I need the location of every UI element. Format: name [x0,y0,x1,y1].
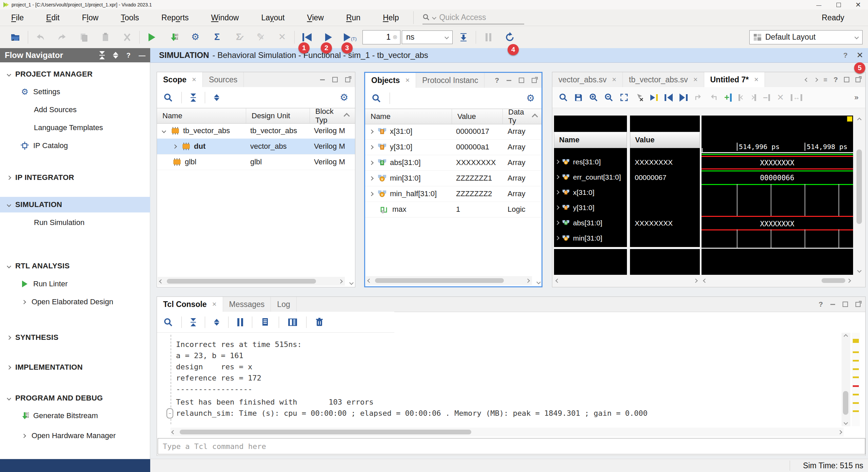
column-header-design-unit[interactable]: Design Unit [246,108,310,123]
sidebar-item-implementation[interactable]: IMPLEMENTATION [0,360,150,375]
minimize-panel-icon[interactable] [830,304,835,305]
close-tab-icon[interactable]: × [405,76,410,85]
menu-flow[interactable]: Flow [71,13,110,22]
close-tab-icon[interactable]: × [212,300,217,309]
wave-signal-name[interactable]: vres[31:0] [556,154,623,169]
close-tab-icon[interactable]: × [192,75,196,84]
column-header-name[interactable]: Name [157,108,246,123]
warning-mark[interactable] [853,394,859,395]
quick-access-input[interactable] [438,13,514,22]
sidebar-item-add-sources[interactable]: Add Sources [0,102,150,118]
wave-signal-name[interactable]: 0abs[31:0] [556,215,623,230]
tab-scroll-right-icon[interactable] [814,78,818,82]
quick-access-search[interactable] [422,11,524,24]
scroll-left-icon[interactable] [171,430,176,434]
zoom-out-icon[interactable] [605,93,613,102]
sidebar-item-run-linter[interactable]: Run Linter [0,276,150,292]
float-panel-icon[interactable] [532,78,537,83]
scroll-down-icon[interactable] [857,268,862,273]
tab-untitled-7[interactable]: Untitled 7*× [704,72,765,87]
wave-vertical-scrollbar[interactable] [855,116,864,275]
menu-edit[interactable]: Edit [35,13,71,22]
help-icon[interactable]: ? [843,51,848,59]
copy-icon[interactable] [261,317,270,327]
object-row[interactable]: v min[31:0] ZZZZZZZ1 Array [365,170,541,186]
generate-bitstream-button[interactable]: 0110 [163,29,184,45]
time-unit-select[interactable]: ns [402,30,453,44]
close-tab-icon[interactable]: × [693,75,698,84]
scroll-down-icon[interactable] [349,281,354,285]
layout-selector[interactable]: Default Layout [749,30,863,44]
tab-messages[interactable]: Messages [223,297,271,312]
column-header-block-type[interactable]: Block Typ [310,108,344,123]
scrollbar-thumb[interactable] [375,278,504,283]
wave-column-header-name[interactable]: Name [554,132,627,148]
settings-button[interactable]: ⚙ [184,29,206,45]
zoom-fit-icon[interactable] [620,93,628,102]
search-icon[interactable] [164,318,173,327]
sidebar-item-synthesis[interactable]: SYNTHESIS [0,330,150,345]
sidebar-item-open-elaborated-design[interactable]: Open Elaborated Design [0,294,150,310]
object-row[interactable]: I y[31:0] 000000a1 Array [365,139,541,155]
minimize-panel-icon[interactable] [507,80,511,81]
paste-button[interactable] [95,29,116,45]
scroll-left-icon[interactable] [159,279,163,284]
menu-file[interactable]: File [0,13,35,22]
warning-mark[interactable] [853,368,859,370]
redo-button[interactable] [51,29,73,45]
clear-input-icon[interactable]: ⊗ [393,34,397,41]
search-icon[interactable] [164,93,173,102]
wave-canvas[interactable] [702,116,853,275]
chevron-right-icon[interactable] [369,192,374,196]
close-tab-icon[interactable]: × [754,75,758,84]
chevron-right-icon[interactable] [173,144,177,149]
warning-mark[interactable] [853,339,859,343]
menu-window[interactable]: Window [200,13,250,22]
runtime-input[interactable] [363,32,391,42]
warning-mark[interactable] [853,410,859,412]
scroll-right-icon[interactable] [838,430,842,434]
scrollbar-thumb[interactable] [167,279,316,284]
run-button[interactable] [141,29,163,45]
close-simulation-icon[interactable]: ✕ [856,50,863,60]
menu-tools[interactable]: Tools [110,13,150,22]
sidebar-item-rtl-analysis[interactable]: RTL ANALYSIS [0,258,150,274]
tab-tb-vector-abs-sv[interactable]: tb_vector_abs.sv× [623,72,704,87]
wave-canvas-horizontal-scrollbar[interactable] [702,276,853,285]
chevron-right-icon[interactable] [369,161,374,165]
simulation-runtime-field[interactable]: ⊗ [362,30,400,44]
tab-list-icon[interactable]: ≡ [824,76,828,84]
relaunch-simulation-button[interactable] [499,29,521,45]
sidebar-item-run-simulation[interactable]: Run Simulation [0,215,150,230]
scroll-right-icon[interactable] [338,279,343,284]
scope-horizontal-scrollbar[interactable] [158,277,345,286]
menu-reports[interactable]: Reports [150,13,200,22]
help-icon[interactable]: ? [833,76,838,84]
trash-icon[interactable] [315,317,323,327]
scope-row-glbl[interactable]: glbl glbl Verilog M [157,154,355,170]
gear-icon[interactable]: ⚙ [340,93,348,102]
sidebar-item-open-hardware-manager[interactable]: Open Hardware Manager [0,428,150,444]
tab-scope[interactable]: Scope× [157,72,203,87]
float-panel-icon[interactable] [855,302,861,307]
chevron-right-icon[interactable] [369,129,374,134]
warning-mark[interactable] [853,360,859,362]
help-icon[interactable]: ? [126,52,131,59]
open-project-button[interactable] [5,29,26,45]
console-vertical-scrollbar[interactable] [842,333,850,426]
warning-mark[interactable] [853,351,859,353]
scrollbar-thumb[interactable] [822,278,845,283]
more-tools-icon[interactable]: » [854,93,859,102]
warning-mark[interactable] [853,402,859,404]
tcl-command-field[interactable] [158,438,865,454]
chevron-down-icon[interactable] [162,129,166,133]
wave-signal-name[interactable]: vmin[31:0] [556,230,623,246]
object-row[interactable]: max 1 Logic [365,202,541,218]
objects-horizontal-scrollbar[interactable] [366,276,532,285]
scope-row-dut[interactable]: dut vector_abs Verilog M [157,139,355,155]
column-header-name[interactable]: Name [365,109,452,124]
object-row[interactable]: v min_half[31:0] ZZZZZZZ2 Array [365,186,541,202]
scope-row-tb-vector-abs[interactable]: tb_vector_abs tb_vector_abs Verilog M [157,123,355,139]
scroll-up-icon[interactable] [532,114,538,120]
wave-column-header-value[interactable]: Value [630,132,700,148]
